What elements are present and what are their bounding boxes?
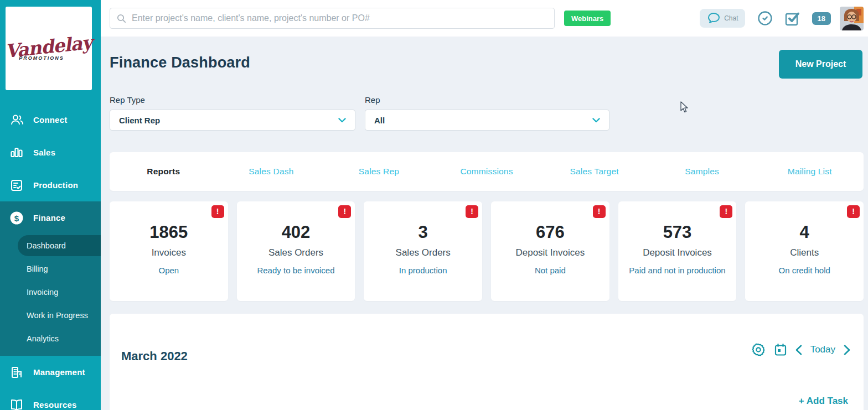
main-column: Webinars Chat 18 <box>101 0 868 410</box>
alert-badge-icon[interactable]: ! <box>720 205 732 218</box>
tab-reports[interactable]: Reports <box>110 167 218 177</box>
rep-type-select[interactable]: Client Rep <box>110 110 355 131</box>
sidebar-subitem-label: Dashboard <box>27 241 66 250</box>
clipboard-check-icon <box>9 178 24 193</box>
company-logo[interactable]: Vandelay PROMOTIONS <box>6 7 92 90</box>
stat-label: Clients <box>745 247 864 258</box>
stat-sublabel: In production <box>364 266 482 275</box>
chevron-down-icon <box>338 118 346 123</box>
rep-label: Rep <box>365 95 609 105</box>
sidebar-subitem-invoicing[interactable]: Invoicing <box>0 281 101 304</box>
content-area: Finance Dashboard New Project Rep Type C… <box>101 37 868 410</box>
stat-card-deposit-invoices-notpaid[interactable]: ! 676 Deposit Invoices Not paid <box>491 201 609 301</box>
add-task-button[interactable]: + Add Task <box>799 396 848 407</box>
calendar-prev-button[interactable] <box>795 345 802 355</box>
stat-card-deposit-invoices-paid[interactable]: ! 573 Deposit Invoices Paid and not in p… <box>618 201 737 301</box>
alert-badge-icon[interactable]: ! <box>466 205 478 218</box>
stat-sublabel: Paid and not in production <box>618 266 737 275</box>
checkbox-check-icon <box>785 11 800 26</box>
sidebar-subitem-label: Invoicing <box>27 288 58 297</box>
topbar: Webinars Chat 18 <box>101 0 868 37</box>
calendar-month-title: March 2022 <box>121 349 188 364</box>
tab-commissions[interactable]: Commissions <box>433 167 541 177</box>
chevron-right-icon <box>844 345 850 355</box>
tab-samples[interactable]: Samples <box>648 167 756 177</box>
stat-sublabel: Not paid <box>491 266 609 275</box>
stat-card-sales-orders-ready[interactable]: ! 402 Sales Orders Ready to be invoiced <box>237 201 355 301</box>
rep-filter: Rep All <box>365 95 609 131</box>
notification-badge[interactable]: 18 <box>812 12 831 25</box>
chat-label: Chat <box>724 14 738 22</box>
calendar-next-button[interactable] <box>844 345 850 355</box>
sidebar-subitem-label: Analytics <box>27 334 59 343</box>
sidebar-item-label: Production <box>33 180 78 190</box>
sidebar-item-label: Connect <box>33 115 67 124</box>
global-search <box>110 8 555 29</box>
chat-button[interactable]: Chat <box>700 9 745 28</box>
sidebar-item-finance[interactable]: $ Finance <box>0 201 101 234</box>
alert-badge-icon[interactable]: ! <box>211 205 224 218</box>
alert-badge-icon[interactable]: ! <box>593 205 606 218</box>
calendar-view-button[interactable] <box>774 343 787 356</box>
time-tracking-button[interactable] <box>757 11 773 26</box>
alert-badge-icon[interactable]: ! <box>847 205 860 218</box>
stat-sublabel: Ready to be invoiced <box>237 266 355 275</box>
new-project-button[interactable]: New Project <box>779 50 862 79</box>
page-header: Finance Dashboard New Project <box>110 50 864 79</box>
calendar-icon <box>774 343 787 356</box>
report-tabs: Reports Sales Dash Sales Rep Commissions… <box>110 152 864 191</box>
stat-sublabel: Open <box>110 266 228 275</box>
stat-card-sales-orders-production[interactable]: ! 3 Sales Orders In production <box>364 201 482 301</box>
stat-value: 1865 <box>110 222 228 242</box>
tab-mailing-list[interactable]: Mailing List <box>756 167 864 177</box>
stat-card-clients-credit-hold[interactable]: ! 4 Clients On credit hold <box>745 201 864 301</box>
stat-sublabel: On credit hold <box>745 266 864 275</box>
sidebar-finance-group: $ Finance Dashboard Billing Invoicing Wo… <box>0 201 101 356</box>
stat-value: 402 <box>237 222 355 242</box>
user-avatar[interactable] <box>840 7 864 30</box>
sidebar-item-sales[interactable]: Sales <box>0 136 101 169</box>
sidebar-item-label: Management <box>33 367 85 377</box>
filters-row: Rep Type Client Rep Rep All <box>110 95 864 131</box>
finance-dashboard-app: Vandelay PROMOTIONS Connect <box>0 0 868 410</box>
webinars-button[interactable]: Webinars <box>564 11 611 26</box>
chevron-down-icon <box>592 118 600 123</box>
sidebar: Vandelay PROMOTIONS Connect <box>0 0 101 410</box>
calendar-today-button[interactable]: Today <box>810 344 835 355</box>
sidebar-nav: Connect Sales <box>0 103 101 410</box>
rep-value: All <box>374 116 385 125</box>
sidebar-item-label: Resources <box>33 400 77 409</box>
tab-sales-dash[interactable]: Sales Dash <box>218 167 326 177</box>
people-icon <box>9 113 24 127</box>
building-icon <box>9 365 24 380</box>
chat-bubble-icon <box>706 12 721 24</box>
stat-value: 573 <box>618 222 737 242</box>
sidebar-subitem-work-in-progress[interactable]: Work in Progress <box>0 304 101 327</box>
sidebar-subitem-billing[interactable]: Billing <box>0 257 101 281</box>
stat-value: 4 <box>745 222 864 242</box>
stat-card-invoices-open[interactable]: ! 1865 Invoices Open <box>110 201 228 301</box>
stat-label: Deposit Invoices <box>618 247 737 258</box>
sidebar-subitem-analytics[interactable]: Analytics <box>0 327 101 350</box>
rep-type-label: Rep Type <box>110 95 355 105</box>
gear-icon <box>751 342 766 357</box>
alert-badge-icon[interactable]: ! <box>338 205 351 218</box>
rep-type-value: Client Rep <box>119 116 160 125</box>
sidebar-item-label: Finance <box>33 213 65 222</box>
search-input[interactable] <box>132 13 547 23</box>
rep-type-filter: Rep Type Client Rep <box>110 95 355 131</box>
tab-sales-rep[interactable]: Sales Rep <box>325 167 433 177</box>
stat-cards-row: ! 1865 Invoices Open ! 402 Sales Orders … <box>110 201 864 301</box>
calendar-settings-button[interactable] <box>751 342 766 357</box>
sidebar-item-resources[interactable]: Resources <box>0 388 101 410</box>
rep-select[interactable]: All <box>365 110 609 131</box>
tab-sales-target[interactable]: Sales Target <box>540 167 648 177</box>
sidebar-item-connect[interactable]: Connect <box>0 103 101 136</box>
page-title: Finance Dashboard <box>110 54 250 71</box>
sidebar-subitem-dashboard[interactable]: Dashboard <box>18 235 101 256</box>
stat-label: Sales Orders <box>237 247 355 258</box>
sidebar-item-management[interactable]: Management <box>0 356 101 388</box>
stat-value: 3 <box>364 222 482 242</box>
sidebar-item-production[interactable]: Production <box>0 169 101 201</box>
tasks-button[interactable] <box>785 11 800 26</box>
